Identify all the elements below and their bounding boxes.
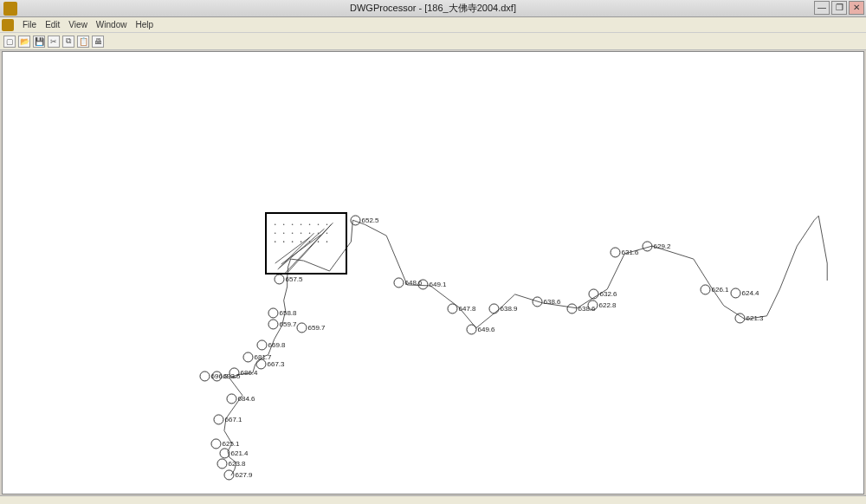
close-button[interactable]: ✕ [849, 1, 864, 15]
minimize-button[interactable]: — [814, 1, 830, 15]
plot-svg [3, 52, 863, 494]
app-icon [3, 2, 17, 16]
new-icon[interactable]: ▢ [3, 36, 16, 48]
drawing-canvas[interactable]: 652.5657.5658.8659.7659.7669.8681.7667.3… [2, 51, 864, 494]
toolbar: ▢ 📂 💾 ✂ ⧉ 📋 🖶 [0, 33, 866, 50]
open-icon[interactable]: 📂 [18, 36, 30, 48]
menu-window[interactable]: Window [93, 18, 131, 31]
menu-file[interactable]: File [19, 18, 40, 31]
doc-icon [2, 19, 14, 31]
statusbar [0, 495, 866, 504]
menu-view[interactable]: View [65, 18, 91, 31]
cut-icon[interactable]: ✂ [48, 36, 60, 48]
paste-icon[interactable]: 📋 [77, 36, 89, 48]
window-title: DWGProcessor - [186_大佛寺2004.dxf] [350, 2, 516, 15]
menu-help[interactable]: Help [132, 18, 157, 31]
print-icon[interactable]: 🖶 [92, 36, 104, 48]
menu-edit[interactable]: Edit [42, 18, 63, 31]
save-icon[interactable]: 💾 [33, 36, 45, 48]
selection-rectangle[interactable] [265, 212, 347, 275]
menubar: File Edit View Window Help [0, 17, 866, 33]
copy-icon[interactable]: ⧉ [62, 36, 74, 48]
maximize-button[interactable]: ❐ [831, 1, 847, 15]
titlebar: DWGProcessor - [186_大佛寺2004.dxf] — ❐ ✕ [0, 0, 866, 17]
